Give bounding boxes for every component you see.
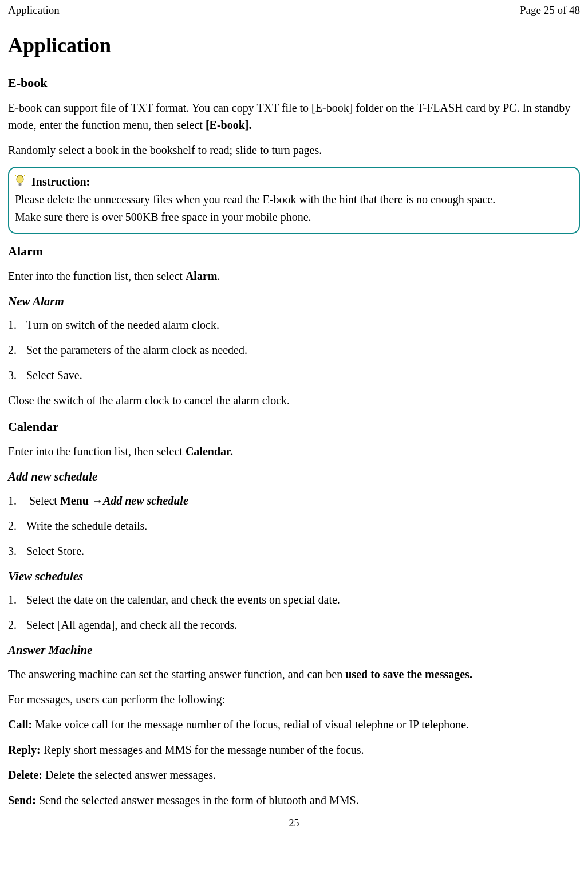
add-step1-c: Add new schedule: [103, 494, 188, 507]
alarm-heading: Alarm: [8, 242, 580, 261]
calendar-intro-b: Calendar.: [186, 445, 233, 458]
list-item: Write the schedule details.: [8, 517, 580, 534]
call-label: Call:: [8, 718, 32, 731]
answer-p1-b: used to save the messages.: [345, 668, 472, 680]
answer-p1: The answering machine can set the starti…: [8, 665, 580, 683]
view-schedules-heading: View schedules: [8, 568, 580, 586]
alarm-steps: Turn on switch of the needed alarm clock…: [8, 316, 580, 384]
lightbulb-icon: [15, 175, 25, 186]
send-label: Send:: [8, 794, 36, 806]
list-item: Set the parameters of the alarm clock as…: [8, 341, 580, 359]
list-item: Select Menu →Add new schedule: [8, 492, 580, 509]
instruction-line1: Please delete the unnecessary files when…: [15, 191, 572, 208]
list-item: Select [All agenda], and check all the r…: [8, 616, 580, 633]
alarm-intro-c: .: [217, 270, 220, 282]
reply-label: Reply:: [8, 743, 41, 756]
calendar-heading: Calendar: [8, 417, 580, 436]
reply-text: Reply short messages and MMS for the mes…: [41, 743, 364, 756]
view-schedules-steps: Select the date on the calendar, and che…: [8, 591, 580, 633]
answer-p1-a: The answering machine can set the starti…: [8, 668, 345, 680]
ebook-p1: E-book can support file of TXT format. Y…: [8, 99, 580, 133]
ebook-p1-text: E-book can support file of TXT format. Y…: [8, 101, 570, 131]
answer-delete: Delete: Delete the selected answer messa…: [8, 766, 580, 783]
page-number: 25: [8, 816, 580, 831]
answer-p2: For messages, users can perform the foll…: [8, 691, 580, 708]
svg-point-0: [17, 175, 23, 183]
alarm-intro-b: Alarm: [186, 270, 218, 282]
answer-machine-heading: Answer Machine: [8, 641, 580, 660]
header-right: Page 25 of 48: [520, 2, 580, 19]
add-step1-a: Select: [29, 494, 60, 507]
add-schedule-heading: Add new schedule: [8, 468, 580, 486]
list-item: Select Store.: [8, 542, 580, 560]
list-item: Turn on switch of the needed alarm clock…: [8, 316, 580, 333]
add-schedule-steps: Select Menu →Add new schedule Write the …: [8, 492, 580, 560]
answer-call: Call: Make voice call for the message nu…: [8, 716, 580, 733]
send-text: Send the selected answer messages in the…: [36, 794, 359, 806]
instruction-label: Instruction:: [31, 175, 90, 188]
answer-reply: Reply: Reply short messages and MMS for …: [8, 741, 580, 758]
ebook-p1-bold: [E-book].: [206, 119, 252, 131]
ebook-p2: Randomly select a book in the bookshelf …: [8, 141, 580, 159]
new-alarm-heading: New Alarm: [8, 293, 580, 311]
list-item: Select the date on the calendar, and che…: [8, 591, 580, 608]
add-step1-b: Menu →: [60, 494, 103, 507]
calendar-intro: Enter into the function list, then selec…: [8, 443, 580, 460]
delete-label: Delete:: [8, 769, 42, 781]
calendar-intro-a: Enter into the function list, then selec…: [8, 445, 186, 458]
alarm-intro: Enter into the function list, then selec…: [8, 267, 580, 285]
ebook-heading: E-book: [8, 73, 580, 92]
instruction-line2: Make sure there is over 500KB free space…: [15, 209, 572, 226]
header-left: Application: [8, 2, 60, 19]
delete-text: Delete the selected answer messages.: [42, 769, 216, 781]
page-header: Application Page 25 of 48: [8, 0, 580, 19]
alarm-intro-a: Enter into the function list, then selec…: [8, 270, 186, 282]
page-title: Application: [8, 30, 580, 61]
instruction-callout: Instruction: Please delete the unnecessa…: [8, 167, 580, 234]
svg-rect-1: [19, 183, 22, 186]
answer-send: Send: Send the selected answer messages …: [8, 791, 580, 809]
alarm-close: Close the switch of the alarm clock to c…: [8, 392, 580, 409]
list-item: Select Save.: [8, 367, 580, 384]
call-text: Make voice call for the message number o…: [32, 718, 469, 731]
